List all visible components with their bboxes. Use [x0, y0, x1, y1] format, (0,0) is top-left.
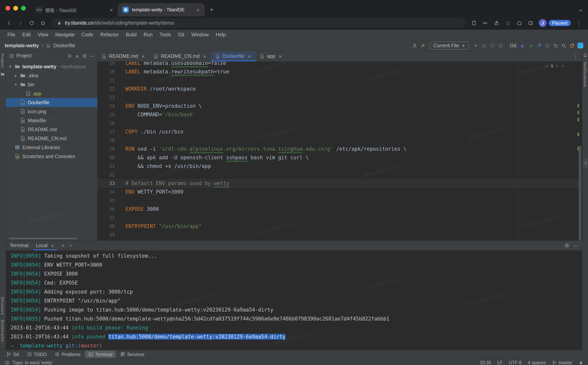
git-commit-icon[interactable]	[528, 43, 534, 48]
editor-tab-readme-md[interactable]: README.md×	[98, 51, 150, 61]
titanide-badge-icon[interactable]	[577, 42, 583, 49]
menu-navigate[interactable]: Navigate	[52, 32, 78, 37]
new-terminal-icon[interactable]: +	[61, 242, 64, 249]
tree-item-icon-png[interactable]: icon.png	[6, 107, 97, 116]
code-line-21[interactable]: 21	[98, 76, 582, 85]
hide-panel-icon[interactable]: —	[89, 53, 94, 59]
prev-problem-icon[interactable]	[555, 64, 559, 68]
share-icon[interactable]	[492, 18, 502, 28]
stripe-mark[interactable]	[577, 133, 579, 136]
extensions-puzzle-icon[interactable]	[515, 18, 524, 28]
editor-tab-readme-cn-md[interactable]: README_CN.md×	[150, 51, 211, 61]
tool-button-problems[interactable]: Problems	[51, 351, 84, 358]
status-message[interactable]: Typo: In word 'wetty'	[13, 360, 53, 365]
code-line-25[interactable]: 25 COMMAND='/bin/bash'	[98, 111, 582, 119]
code-line-19[interactable]: 19LABEL metadata.usesubdomain=false	[98, 62, 582, 68]
terminal-tab-local[interactable]: Local ×	[33, 241, 57, 250]
tree-item-bin[interactable]: ▾bin	[6, 80, 97, 89]
code-line-39[interactable]: 39	[98, 231, 582, 239]
debug-button[interactable]	[481, 43, 487, 48]
forward-button[interactable]	[15, 18, 25, 28]
browser-tab-template[interactable]: </> 模板 - TitanIDE ×	[31, 3, 118, 16]
stripe-mark[interactable]	[577, 111, 579, 114]
close-window-button[interactable]	[6, 6, 10, 11]
history-icon[interactable]	[553, 43, 558, 48]
tree-item--idea[interactable]: ▸.idea	[6, 71, 97, 80]
close-icon[interactable]: ×	[50, 243, 55, 248]
code-editor[interactable]: 19LABEL metadata.usesubdomain=false20LAB…	[98, 62, 582, 240]
menu-build[interactable]: Build	[122, 32, 140, 37]
menu-help[interactable]: Help	[212, 32, 229, 37]
menu-git[interactable]: Git	[175, 32, 188, 37]
tree-item-readme-cn-md[interactable]: README_CN.md	[6, 134, 97, 143]
tab-search-icon[interactable]	[578, 8, 583, 13]
tree-item-makefile[interactable]: Makefile	[6, 116, 97, 125]
chevron-right-icon[interactable]: ▸	[14, 73, 18, 78]
chevron-down-icon[interactable]: ▾	[14, 82, 18, 87]
code-line-36[interactable]: 36EXPOSE 3000	[98, 205, 582, 214]
code-line-20[interactable]: 20LABEL metadata.rewritesubpath=true	[98, 68, 582, 76]
rerun-button[interactable]	[490, 43, 495, 48]
git-push-icon[interactable]	[536, 43, 542, 48]
tool-button-terminal[interactable]: Terminal	[85, 351, 116, 358]
code-line-29[interactable]: 29RUN sed -i 's/dl-cdn.alpinelinux.org/m…	[98, 145, 582, 154]
terminal-output[interactable]: INFO[0050] Taking snapshot of full files…	[6, 251, 582, 350]
bookmark-star-icon[interactable]: ☆	[503, 18, 513, 28]
inspections-widget[interactable]: 9	[544, 64, 565, 68]
menu-window[interactable]: Window	[188, 32, 212, 37]
tab-options-icon[interactable]: ⋮	[569, 51, 582, 61]
editor-tab-app[interactable]: app×	[256, 51, 287, 61]
close-icon[interactable]: ×	[278, 53, 283, 59]
menu-tools[interactable]: Tools	[156, 32, 175, 37]
tree-horizontal-scrollbar[interactable]	[9, 238, 77, 239]
build-tools-icon[interactable]	[420, 43, 426, 48]
close-icon[interactable]: ×	[109, 7, 114, 13]
code-line-23[interactable]: 23	[98, 93, 582, 102]
tree-item-template-wetty[interactable]: ▾template-wetty ~/workspace	[6, 62, 97, 71]
tool-stripe-bookmarks[interactable]: Bookmarks	[0, 320, 5, 342]
stop-button[interactable]	[498, 43, 503, 48]
password-key-icon[interactable]	[481, 18, 490, 28]
code-line-24[interactable]: 24ENV NODE_ENV=production \	[98, 102, 582, 111]
menu-edit[interactable]: Edit	[19, 32, 34, 37]
write-lock-icon[interactable]	[579, 360, 583, 365]
close-icon[interactable]: ×	[202, 53, 207, 59]
tool-button-services[interactable]: Services	[117, 351, 147, 358]
code-line-22[interactable]: 22WORKDIR /root/workspace	[98, 85, 582, 93]
code-line-26[interactable]: 26	[98, 119, 582, 128]
git-rollback-icon[interactable]	[545, 43, 550, 48]
editor-tab-dockerfile[interactable]: Dockerfile×	[211, 51, 256, 61]
file-encoding[interactable]: UTF-8	[509, 360, 521, 365]
terminal-dropdown-icon[interactable]	[69, 243, 73, 248]
reading-list-icon[interactable]	[469, 18, 479, 28]
zoom-window-button[interactable]	[21, 6, 26, 11]
sync-paused-badge[interactable]: Paused	[549, 20, 571, 26]
menu-view[interactable]: View	[34, 32, 52, 37]
gear-icon[interactable]	[82, 53, 87, 58]
close-icon[interactable]: ×	[196, 7, 201, 13]
breadcrumb-file[interactable]: Dockerfile	[53, 43, 75, 48]
browser-tab-template-wetty[interactable]: template-wetty - TitanIDE ×	[118, 3, 205, 16]
tool-stripe-notifications[interactable]: Notifications	[583, 62, 588, 87]
back-button[interactable]	[4, 18, 14, 28]
code-line-32[interactable]: 32	[98, 171, 582, 179]
code-line-31[interactable]: 31 && chmod +x /usr/bin/app	[98, 162, 582, 171]
address-bar[interactable]: try.titanide.cn/ide/web/coding/template-…	[52, 18, 465, 28]
chevron-down-icon[interactable]: ▾	[8, 64, 13, 69]
tree-item-readme-md[interactable]: README.md	[6, 125, 97, 134]
menu-code[interactable]: Code	[78, 32, 97, 37]
git-branch[interactable]: master	[552, 360, 572, 365]
menu-file[interactable]: File	[4, 32, 19, 37]
breadcrumb-project[interactable]: template-wetty	[5, 43, 39, 48]
code-with-me-icon[interactable]	[412, 43, 418, 48]
select-opened-file-icon[interactable]	[67, 53, 72, 58]
terminal-settings-icon[interactable]	[564, 243, 570, 248]
code-line-27[interactable]: 27COPY ./bin /usr/bin	[98, 128, 582, 136]
tree-item-app[interactable]: app	[6, 89, 97, 98]
tool-window-switcher-icon[interactable]	[5, 360, 9, 365]
menu-refactor[interactable]: Refactor	[97, 32, 122, 37]
code-line-34[interactable]: 34ENV WETTY_PORT=3000	[98, 188, 582, 196]
code-line-28[interactable]: 28	[98, 136, 582, 145]
menu-run[interactable]: Run	[140, 32, 156, 37]
collapse-all-icon[interactable]	[75, 53, 80, 58]
